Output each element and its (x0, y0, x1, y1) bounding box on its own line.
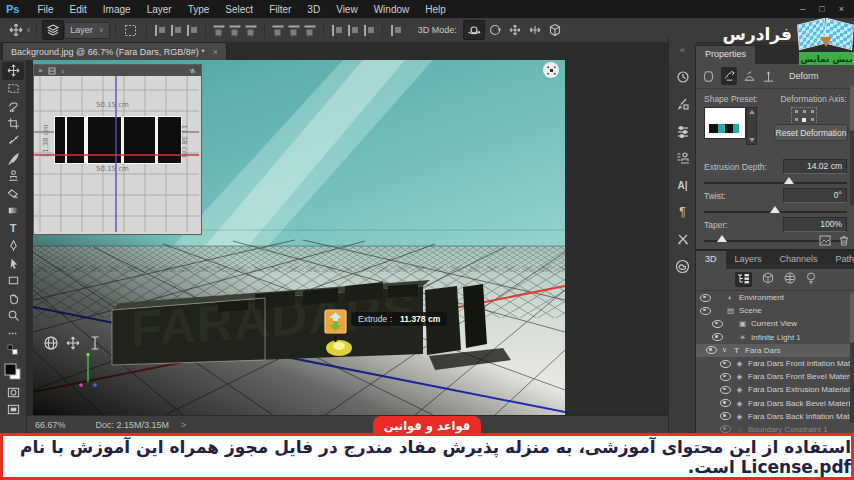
menu-layer[interactable]: Layer (139, 4, 180, 15)
distribute-top-icon[interactable] (272, 24, 283, 36)
creative-cloud-icon[interactable] (673, 257, 693, 275)
path-selection-tool[interactable] (2, 255, 24, 273)
3d-widget-badge[interactable] (543, 62, 559, 78)
3d-tree-row-fara-dars[interactable]: ∨ T Fara Dars (696, 344, 854, 357)
delete-icon[interactable] (839, 235, 849, 246)
align-right-edges-icon[interactable] (186, 25, 198, 36)
reset-deformation-button[interactable]: Reset Deformation (774, 124, 848, 141)
brush-tool[interactable] (2, 150, 24, 168)
zoom-level[interactable]: 66.67% (35, 420, 66, 430)
extrusion-depth-value[interactable]: 14.02 cm (783, 159, 847, 174)
3d-tree-row-material[interactable]: ◈ Fara Dars Extrusion Material (696, 383, 854, 396)
expand-panels-icon[interactable]: « (673, 41, 693, 59)
crop-tool[interactable] (2, 115, 24, 133)
align-bottom-edges-icon[interactable] (245, 24, 256, 36)
visibility-eye-icon[interactable] (720, 360, 731, 368)
3d-scale-mode-icon[interactable] (545, 21, 565, 39)
align-horizontal-centers-icon[interactable] (170, 25, 182, 36)
auto-select-target-dropdown[interactable]: Layer ∨ (64, 22, 110, 39)
menu-3d[interactable]: 3D (299, 4, 328, 15)
lasso-tool[interactable] (2, 97, 24, 115)
render-icon[interactable] (819, 235, 831, 246)
view-select-icon[interactable] (48, 67, 56, 75)
3d-tree-row-material[interactable]: ◈ Fara Dars Back Inflation Mat... (696, 410, 854, 423)
align-top-edges-icon[interactable] (213, 24, 224, 36)
visibility-eye-icon[interactable] (720, 386, 731, 394)
status-options-chevron[interactable]: > (181, 420, 186, 430)
move-tool[interactable] (2, 62, 24, 80)
shape-tool[interactable] (2, 272, 24, 290)
clone-source-panel-icon[interactable] (673, 149, 693, 167)
menu-image[interactable]: Image (95, 4, 139, 15)
visibility-eye-icon[interactable] (706, 346, 717, 354)
coordinates-properties-icon[interactable] (762, 70, 775, 83)
3d-roll-mode-icon[interactable] (485, 21, 505, 39)
filter-materials-icon[interactable] (784, 272, 796, 284)
menu-window[interactable]: Window (366, 4, 418, 15)
3d-tree-row-infinite-light[interactable]: ☀ Infinite Light 1 (696, 331, 854, 344)
document-tab[interactable]: Background.jpg @ 66.7% (Fara Dars, RGB/8… (2, 42, 227, 60)
tab-layers[interactable]: Layers (726, 251, 771, 269)
tool-caret-icon[interactable]: ∨ (26, 26, 31, 34)
tab-paths[interactable]: Paths (827, 251, 854, 269)
secondary-view-close-icon[interactable]: × (38, 66, 43, 75)
close-button[interactable]: × (839, 4, 844, 14)
minimize-button[interactable]: – (800, 4, 805, 14)
transform-controls-icon[interactable] (121, 21, 141, 39)
brush-settings-panel-icon[interactable] (673, 95, 693, 113)
marquee-tool[interactable] (2, 80, 24, 98)
distribute-horizontal-icon[interactable] (347, 25, 359, 36)
distribute-left-icon[interactable] (331, 25, 343, 36)
3d-tree-row-current-view[interactable]: ▣ Current View (696, 317, 854, 330)
menu-help[interactable]: Help (417, 4, 454, 15)
tab-3d[interactable]: 3D (696, 251, 726, 269)
quick-mask-icon[interactable] (2, 384, 24, 402)
foreground-background-swatch[interactable] (2, 360, 24, 384)
3d-viewport[interactable]: FARADARS (33, 60, 565, 415)
secondary-view-panel[interactable]: × ∨ (33, 64, 202, 235)
visibility-eye-icon[interactable] (700, 294, 711, 302)
view-caret-icon[interactable]: ∨ (61, 67, 65, 74)
extrusion-depth-slider[interactable] (704, 175, 847, 185)
hand-tool[interactable] (2, 290, 24, 308)
distribute-vertical-icon[interactable] (288, 24, 299, 36)
filter-lights-icon[interactable] (806, 272, 816, 285)
visibility-eye-icon[interactable] (700, 307, 711, 315)
menu-edit[interactable]: Edit (62, 4, 95, 15)
menu-view[interactable]: View (328, 4, 366, 15)
3d-tree-row-environment[interactable]: ◐ Environment (696, 291, 854, 304)
mesh-properties-icon[interactable] (702, 70, 715, 83)
shape-preset-thumbnail[interactable] (704, 107, 746, 139)
distribute-right-icon[interactable] (363, 25, 375, 36)
swap-view-icon[interactable] (188, 67, 197, 75)
paragraph-panel-icon[interactable]: ¶ (673, 203, 693, 221)
edit-toolbar-icon[interactable]: ⋯ (2, 325, 24, 343)
3d-pan-mode-icon[interactable] (505, 21, 525, 39)
default-colors-icon[interactable] (2, 342, 24, 360)
screen-mode-icon[interactable] (2, 401, 24, 419)
3d-tree-row-scene[interactable]: ▤ Scene (696, 304, 854, 317)
adjustments-panel-icon[interactable] (673, 122, 693, 140)
menu-filter[interactable]: Filter (261, 4, 299, 15)
menu-file[interactable]: File (29, 4, 61, 15)
visibility-eye-icon[interactable] (712, 320, 723, 328)
taper-value[interactable]: 100% (783, 217, 847, 232)
type-tool[interactable]: T (2, 220, 24, 238)
visibility-eye-icon[interactable] (720, 412, 731, 420)
twist-slider[interactable] (704, 204, 847, 214)
3d-tree-row-material[interactable]: ◈ Fara Dars Front Bevel Material (696, 370, 854, 383)
move-tool-icon[interactable] (6, 21, 26, 39)
eyedropper-tool[interactable] (2, 132, 24, 150)
menu-type[interactable]: Type (180, 4, 218, 15)
filter-meshes-icon[interactable] (762, 272, 774, 284)
3d-tree-row-material[interactable]: ◈ Fara Dars Front Inflation Mat... (696, 357, 854, 370)
character-panel-icon[interactable]: A| (673, 176, 693, 194)
3d-orbit-mode-icon[interactable] (463, 20, 485, 40)
align-left-edges-icon[interactable] (154, 25, 166, 36)
tool-presets-panel-icon[interactable] (673, 230, 693, 248)
properties-scrollbar[interactable] (850, 86, 854, 206)
3d-slide-mode-icon[interactable] (525, 21, 545, 39)
gradient-tool[interactable] (2, 202, 24, 220)
twist-value[interactable]: 0° (783, 188, 847, 203)
zoom-tool[interactable] (2, 307, 24, 325)
